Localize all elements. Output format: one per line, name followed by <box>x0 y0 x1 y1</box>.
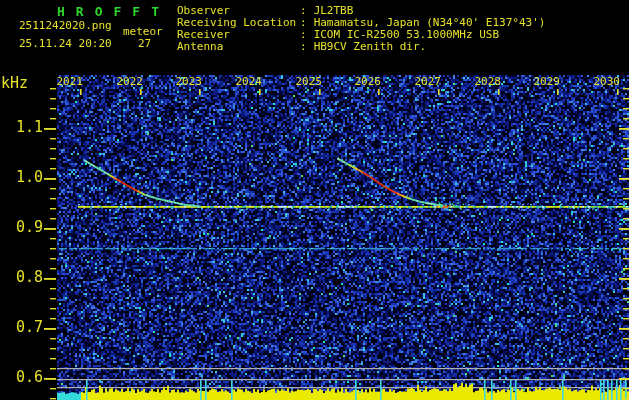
spectrogram-canvas <box>0 0 629 400</box>
datetime-label: 25.11.24 20:20 <box>19 38 112 49</box>
time-tick-label: 2022 <box>113 76 143 87</box>
time-tick-label: 2026 <box>351 76 381 87</box>
time-tick-label: 2024 <box>232 76 262 87</box>
info-value: Hamamatsu, Japan (N34°40' E137°43') <box>314 17 546 28</box>
time-tick-label: 2029 <box>530 76 560 87</box>
info-row-location: Receiving Location:Hamamatsu, Japan (N34… <box>177 17 545 28</box>
meteor-count: 27 <box>138 38 151 49</box>
info-row-receiver: Receiver:ICOM IC-R2500 53.1000MHz USB <box>177 29 499 40</box>
time-tick-label: 2021 <box>53 76 83 87</box>
info-colon: : <box>300 17 307 28</box>
info-value: ICOM IC-R2500 53.1000MHz USB <box>314 29 499 40</box>
freq-tick-label: 0.8 <box>0 270 43 285</box>
info-label: Receiving Location <box>177 17 300 28</box>
time-tick-label: 2028 <box>471 76 501 87</box>
app-title: HROFFT <box>57 4 170 19</box>
hrofft-window: { "header": { "title": "HROFFT", "filena… <box>0 0 629 400</box>
freq-tick-label: 1.0 <box>0 170 43 185</box>
info-value: JL2TBB <box>314 5 354 16</box>
info-label: Receiver <box>177 29 300 40</box>
time-tick-label: 2025 <box>292 76 322 87</box>
freq-axis-unit: kHz <box>1 76 28 91</box>
freq-tick-label: 0.9 <box>0 220 43 235</box>
info-value: HB9CV Zenith dir. <box>314 41 427 52</box>
info-colon: : <box>300 41 307 52</box>
time-tick-label: 2023 <box>172 76 202 87</box>
mode-label: meteor <box>123 26 163 37</box>
freq-tick-label: 0.7 <box>0 320 43 335</box>
info-colon: : <box>300 29 307 40</box>
time-tick-label: 2030 <box>590 76 620 87</box>
info-label: Antenna <box>177 41 300 52</box>
filename-label: 2511242020.png <box>19 20 112 31</box>
time-tick-label: 2027 <box>411 76 441 87</box>
freq-tick-label: 0.6 <box>0 370 43 385</box>
info-colon: : <box>300 5 307 16</box>
info-label: Observer <box>177 5 300 16</box>
info-row-antenna: Antenna:HB9CV Zenith dir. <box>177 41 426 52</box>
freq-tick-label: 1.1 <box>0 120 43 135</box>
info-row-observer: Observer:JL2TBB <box>177 5 353 16</box>
